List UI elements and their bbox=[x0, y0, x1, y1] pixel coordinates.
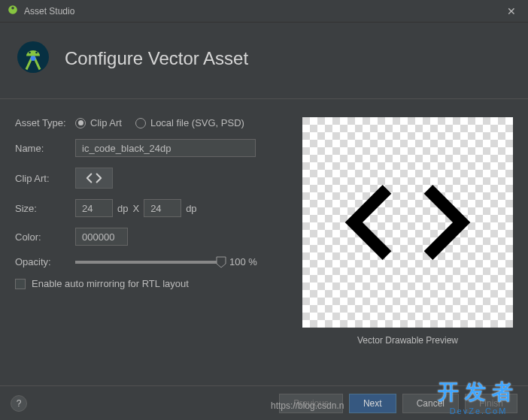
radio-unchecked-icon bbox=[135, 118, 146, 128]
watermark-url: https://blog.csdn.n bbox=[271, 400, 344, 411]
clip-art-label: Clip Art: bbox=[15, 173, 75, 184]
android-logo-icon bbox=[15, 39, 51, 77]
color-input[interactable] bbox=[75, 228, 128, 246]
preview-canvas bbox=[302, 117, 513, 328]
header: Configure Vector Asset bbox=[0, 23, 528, 99]
radio-clip-art[interactable]: Clip Art bbox=[75, 117, 122, 128]
size-height-input[interactable] bbox=[144, 199, 181, 217]
svg-point-0 bbox=[8, 5, 17, 14]
preview-label: Vector Drawable Preview bbox=[302, 335, 513, 346]
asset-type-label: Asset Type: bbox=[15, 117, 75, 128]
rtl-checkbox[interactable] bbox=[15, 279, 26, 289]
opacity-label: Opacity: bbox=[15, 256, 75, 267]
size-width-unit: dp bbox=[117, 203, 128, 214]
size-width-input[interactable] bbox=[75, 199, 113, 217]
window-title: Asset Studio bbox=[24, 6, 502, 17]
titlebar: Asset Studio ✕ bbox=[0, 0, 528, 23]
close-icon[interactable]: ✕ bbox=[502, 4, 520, 19]
name-label: Name: bbox=[15, 143, 75, 154]
page-title: Configure Vector Asset bbox=[65, 48, 248, 69]
watermark-cn-text: 开发者 bbox=[438, 380, 519, 403]
preview-code-icon bbox=[332, 147, 483, 298]
watermark-logo: 开发者 DevZe.CoM bbox=[438, 378, 519, 415]
svg-point-1 bbox=[11, 7, 14, 9]
slider-thumb-icon bbox=[216, 256, 226, 268]
android-studio-icon bbox=[8, 5, 18, 17]
radio-local-file-label: Local file (SVG, PSD) bbox=[150, 117, 244, 128]
svg-point-3 bbox=[29, 52, 31, 54]
watermark-en-text: DevZe.CoM bbox=[438, 406, 519, 415]
size-label: Size: bbox=[15, 203, 75, 214]
size-height-unit: dp bbox=[186, 203, 196, 214]
code-icon bbox=[86, 173, 102, 183]
next-button[interactable]: Next bbox=[349, 394, 396, 413]
radio-checked-icon bbox=[75, 118, 86, 128]
radio-local-file[interactable]: Local file (SVG, PSD) bbox=[135, 117, 244, 128]
color-label: Color: bbox=[15, 231, 75, 243]
opacity-value: 100 % bbox=[229, 256, 257, 267]
opacity-slider[interactable] bbox=[75, 261, 222, 264]
radio-clip-art-label: Clip Art bbox=[90, 117, 122, 128]
clip-art-picker-button[interactable] bbox=[75, 168, 113, 189]
preview-panel: Vector Drawable Preview bbox=[302, 117, 513, 346]
name-input[interactable] bbox=[75, 139, 256, 157]
size-x-label: X bbox=[132, 203, 139, 214]
help-button[interactable]: ? bbox=[11, 395, 27, 412]
svg-point-4 bbox=[35, 52, 38, 54]
rtl-label: Enable auto mirroring for RTL layout bbox=[32, 278, 189, 289]
svg-point-5 bbox=[31, 56, 36, 61]
form-panel: Asset Type: Clip Art Local file (SVG, PS… bbox=[15, 117, 287, 346]
